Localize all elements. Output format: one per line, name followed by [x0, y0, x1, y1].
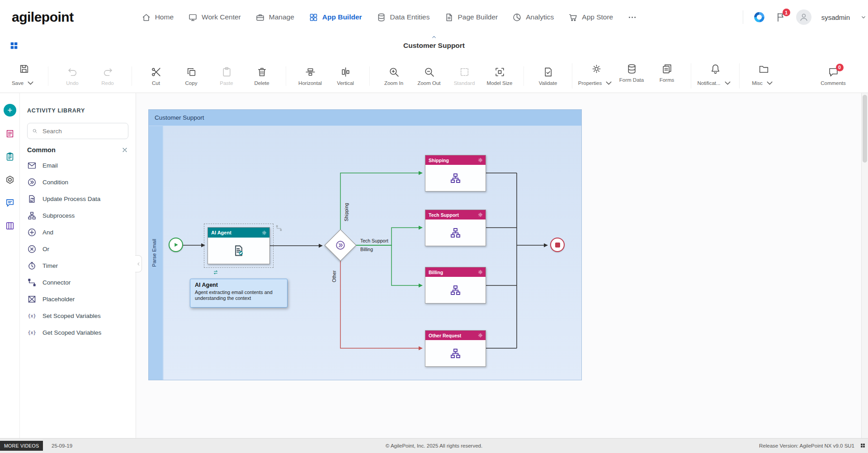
plus-icon — [6, 107, 14, 114]
properties-button[interactable]: Properties — [579, 63, 614, 89]
nav-item-home[interactable]: Home — [142, 13, 174, 22]
activity-item-connector[interactable]: Connector — [27, 274, 128, 291]
gear-icon[interactable] — [261, 230, 267, 236]
copy-icon — [186, 66, 197, 78]
chevron-up-icon[interactable] — [430, 33, 438, 41]
plus-circle-icon — [27, 228, 37, 237]
validate-button[interactable]: Validate — [530, 66, 566, 86]
scrollbar-thumb[interactable] — [863, 95, 867, 163]
search-input[interactable] — [42, 127, 123, 135]
nav-item-analytics[interactable]: Analytics — [512, 13, 554, 22]
paste-button[interactable]: Paste — [209, 66, 244, 86]
activity-ai-agent[interactable]: AI Agent — [208, 227, 270, 264]
columns-tab[interactable] — [4, 219, 16, 232]
nav-label: Page Builder — [458, 13, 498, 21]
agilepoint-logo[interactable]: agilepoint — [12, 9, 74, 25]
cut-button[interactable]: Cut — [138, 66, 174, 86]
nav-item-app-builder[interactable]: App Builder — [309, 13, 362, 22]
org-chart-icon — [27, 211, 37, 220]
chat-tab[interactable] — [4, 196, 16, 209]
end-node[interactable] — [550, 238, 565, 252]
align-vertical-button[interactable]: Vertical — [328, 66, 363, 86]
redo-button[interactable]: Redo — [90, 66, 125, 86]
openai-logo-icon — [5, 175, 15, 185]
org-chart-icon — [449, 227, 462, 239]
subprocess-header: Other Request — [425, 331, 486, 340]
align-horizontal-button[interactable]: Horizontal — [292, 66, 328, 86]
nav-item-data-entities[interactable]: Data Entities — [377, 13, 430, 22]
nav-item-more[interactable] — [627, 13, 637, 22]
nav-item-app-store[interactable]: App Store — [568, 13, 613, 22]
standard-zoom-button[interactable]: Standard — [447, 66, 482, 86]
diagram-title-bar[interactable]: Customer Support — [149, 110, 581, 126]
chevron-down-icon[interactable] — [860, 14, 867, 21]
notifications-button[interactable]: Notificat... — [698, 63, 733, 89]
nx-spinner-button[interactable] — [753, 11, 765, 23]
activity-item-get-scoped-variables[interactable]: Get Scoped Variables — [27, 324, 128, 341]
gear-icon[interactable] — [477, 332, 483, 338]
delete-button[interactable]: Delete — [244, 66, 279, 86]
activity-item-condition[interactable]: Condition — [27, 174, 128, 191]
activity-item-email[interactable]: Email — [27, 157, 128, 174]
gear-icon[interactable] — [477, 157, 483, 163]
close-icon[interactable] — [121, 146, 128, 154]
ai-agent-note[interactable]: AI Agent Agent extracting email contents… — [190, 279, 288, 308]
panel-collapse-button[interactable] — [135, 255, 142, 272]
swimlane[interactable]: Parse Email — [149, 126, 164, 380]
zoom-out-button[interactable]: Zoom Out — [411, 66, 447, 86]
nav-item-page-builder[interactable]: Page Builder — [444, 13, 498, 22]
nav-item-manage[interactable]: Manage — [255, 13, 294, 22]
note-body: Agent extracting email contents and unde… — [195, 290, 283, 301]
gear-icon[interactable] — [477, 212, 483, 218]
gear-icon — [591, 63, 602, 75]
activity-item-placeholder[interactable]: Placeholder — [27, 291, 128, 308]
misc-button[interactable]: Misc — [746, 63, 781, 89]
connector-handle-icon[interactable] — [275, 224, 283, 232]
notifications-button[interactable]: 1 — [775, 12, 786, 23]
gear-icon[interactable] — [477, 269, 483, 275]
subprocess-body — [425, 165, 486, 191]
nav-label: Home — [155, 13, 174, 21]
model-size-button[interactable]: Model Size — [482, 66, 517, 86]
subprocess-body — [425, 277, 486, 303]
activity-item-subprocess[interactable]: Subprocess — [27, 207, 128, 224]
subprocess-billing[interactable]: Billing — [425, 267, 486, 304]
nav-item-work-center[interactable]: Work Center — [188, 13, 241, 22]
activity-item-or[interactable]: Or — [27, 241, 128, 257]
activity-item-set-scoped-variables[interactable]: Set Scoped Variables — [27, 308, 128, 324]
briefcase-icon — [255, 13, 265, 22]
undo-button[interactable]: Undo — [55, 66, 90, 86]
clipboard-tab[interactable] — [4, 150, 16, 163]
save-button[interactable]: Save — [6, 63, 42, 89]
avatar[interactable] — [796, 9, 811, 25]
copy-button[interactable]: Copy — [174, 66, 209, 86]
start-node[interactable] — [169, 238, 183, 252]
swap-arrows-icon[interactable] — [212, 269, 219, 276]
subprocess-tech-support[interactable]: Tech Support — [425, 210, 486, 246]
subprocess-shipping[interactable]: Shipping — [425, 155, 486, 191]
openai-tab[interactable] — [4, 173, 16, 186]
add-button[interactable] — [4, 104, 16, 117]
activity-item-timer[interactable]: Timer — [27, 257, 128, 274]
database-icon — [377, 13, 386, 22]
monitor-icon — [188, 13, 198, 22]
vertical-scrollbar[interactable] — [861, 93, 868, 438]
envelope-icon — [27, 161, 37, 170]
activity-body — [208, 238, 269, 264]
forms-button[interactable]: Forms — [649, 63, 684, 89]
subprocess-other-request[interactable]: Other Request — [425, 330, 486, 367]
org-chart-icon — [449, 347, 462, 360]
status-bar: MORE VIDEOS 25-09-19 © AgilePoint, Inc. … — [0, 438, 868, 453]
comments-button[interactable]: 0 Comments — [816, 66, 851, 86]
divider — [743, 10, 743, 24]
condition-gateway[interactable] — [324, 229, 357, 262]
cart-icon — [568, 13, 578, 22]
form-data-button[interactable]: Form Data — [614, 63, 649, 89]
nav-label: Data Entities — [390, 13, 430, 21]
zoom-in-button[interactable]: Zoom In — [376, 66, 411, 86]
release-version-text: Release Version: AgilePoint NX v9.0 SU1 — [759, 443, 854, 448]
activity-item-and[interactable]: And — [27, 224, 128, 241]
activity-library-tab[interactable] — [4, 127, 16, 140]
activity-item-update-process-data[interactable]: Update Process Data — [27, 191, 128, 207]
chevron-down-icon — [722, 77, 733, 89]
